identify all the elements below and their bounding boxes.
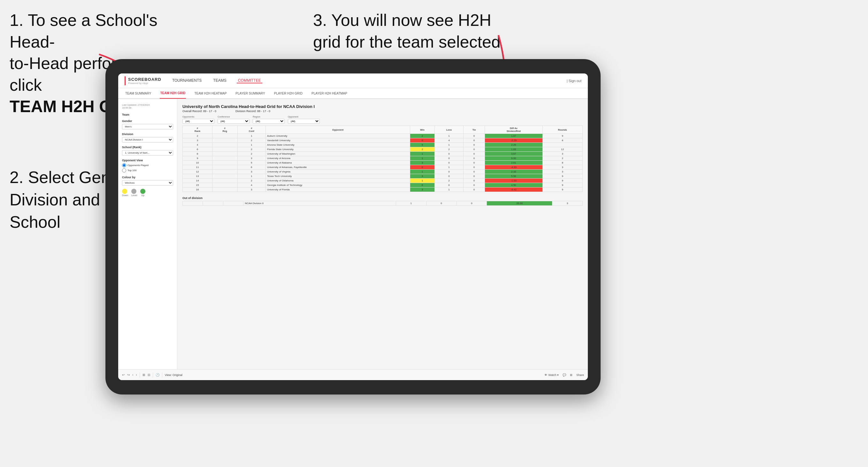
cell-rounds: [542, 143, 582, 147]
opponent-filter-select[interactable]: (All): [288, 119, 320, 124]
cell-diff: 5.56: [485, 174, 542, 179]
main-content: Last Updated: 27/03/2024 16:55:38 Team G…: [118, 99, 588, 369]
cell-conf: 1: [237, 174, 266, 179]
h2h-table: #Rank #Reg #Conf Opponent Win Loss Tie D…: [182, 126, 583, 192]
nav-tournaments[interactable]: TOURNAMENTS: [171, 78, 203, 83]
cell-tie: 0: [464, 156, 485, 161]
table-row: 2 1 Auburn University 2 1 0 1.67 9: [183, 134, 583, 138]
cell-rank: 16: [183, 187, 212, 192]
radio-top-100[interactable]: Top 100: [122, 168, 173, 173]
radio-group: Opponents Played Top 100: [122, 163, 173, 173]
out-of-division-table: NCAA Division II 1 0 0 26.00 3: [182, 201, 583, 206]
cell-opponent: Georgia Institute of Technology: [266, 183, 410, 187]
sub-nav-player-h2h-heatmap[interactable]: PLAYER H2H HEATMAP: [311, 88, 348, 99]
cell-diff: -2.29: [485, 138, 542, 143]
radio-opponents-played[interactable]: Opponents Played: [122, 163, 173, 167]
sub-nav-team-h2h-grid[interactable]: TEAM H2H GRID: [160, 88, 186, 99]
panel-colour-section: Colour by Win/loss: [122, 176, 173, 186]
comment-btn[interactable]: 💬: [563, 373, 566, 377]
table-row: 12 3 University of Virginia 1 0 0 2.33 3: [183, 169, 583, 174]
region-filter-select[interactable]: (All): [253, 119, 285, 124]
table-row: 14 2 University of Oklahoma 1 2 0 -1.00 …: [183, 179, 583, 183]
cell-win: 1: [410, 156, 434, 161]
conference-filter-select[interactable]: (All): [218, 119, 249, 124]
ood-name: NCAA Division II: [243, 201, 396, 206]
nav-teams[interactable]: TEAMS: [212, 78, 227, 83]
clock-btn[interactable]: 🕐: [156, 373, 159, 377]
cell-rank: 2: [183, 134, 212, 138]
out-of-division-row: NCAA Division II 1 0 0 26.00 3: [183, 201, 583, 206]
watch-btn[interactable]: 👁 Watch ▾: [545, 373, 559, 377]
cell-conf: 3: [237, 169, 266, 174]
table-row: 16 3 University of Florida 3 1 0 -6.42 9: [183, 187, 583, 192]
col-rank: #Rank: [183, 126, 212, 134]
cell-conf: 6: [237, 165, 266, 169]
legend-up-label: Up: [140, 194, 145, 197]
filter-conference: Conference (All): [218, 115, 249, 124]
undo-btn[interactable]: ↩: [122, 373, 125, 377]
cell-opponent: University of Florida: [266, 187, 410, 192]
cell-conf: 3: [237, 156, 266, 161]
col-conf: #Conf: [237, 126, 266, 134]
opponents-filter-select[interactable]: (All): [182, 119, 214, 124]
division-select[interactable]: NCAA Division I: [122, 137, 173, 143]
redo-btn[interactable]: ↪: [127, 373, 130, 377]
sub-nav-player-h2h-grid[interactable]: PLAYER H2H GRID: [274, 88, 303, 99]
cell-rounds: 3: [542, 169, 582, 174]
nav-committee[interactable]: COMMITTEE: [237, 78, 262, 83]
share-btn[interactable]: Share: [576, 373, 584, 377]
cell-opponent: Florida State University: [266, 147, 410, 152]
cell-reg: [212, 169, 237, 174]
sub-nav-team-h2h-heatmap[interactable]: TEAM H2H HEATMAP: [194, 88, 227, 99]
col-loss: Loss: [434, 126, 463, 134]
table-row: 11 6 University of Arkansas, Fayettevill…: [183, 165, 583, 169]
panel-division-section: Division NCAA Division I: [122, 132, 173, 143]
colour-label: Colour by: [122, 176, 173, 179]
cell-rounds: 3: [542, 152, 582, 156]
cell-reg: [212, 143, 237, 147]
logo-bar: [125, 76, 126, 85]
colour-select[interactable]: Win/loss: [122, 180, 173, 186]
toolbar-sep-3: [162, 372, 162, 378]
nav-items: TOURNAMENTS TEAMS COMMITTEE: [171, 78, 567, 83]
right-content: University of North Carolina Head-to-Hea…: [177, 99, 588, 369]
cell-diff: -1.00: [485, 179, 542, 183]
cell-reg: [212, 161, 237, 165]
back-btn[interactable]: ‹: [132, 373, 133, 377]
cell-rank: 4: [183, 143, 212, 147]
panel-school-section: School (Rank) 1. University of Nort...: [122, 146, 173, 156]
bottom-toolbar: ↩ ↪ ‹ › ⊞ ⊟ 🕐 View: Original 👁 Watch ▾ 💬…: [118, 369, 588, 380]
gender-select[interactable]: Men's: [122, 124, 173, 129]
forward-btn[interactable]: ›: [136, 373, 137, 377]
panel-timestamp: Last Updated: 27/03/2024 16:55:38: [122, 103, 173, 109]
cell-win: 0: [410, 138, 434, 143]
cell-opponent: Vanderbilt University: [266, 138, 410, 143]
toolbar-right: 👁 Watch ▾ 💬 ⊞ Share: [545, 373, 584, 377]
paste-btn[interactable]: ⊟: [148, 373, 150, 377]
grid-btn[interactable]: ⊞: [570, 373, 572, 377]
cell-rank: 15: [183, 183, 212, 187]
school-select[interactable]: 1. University of Nort...: [122, 150, 173, 156]
sub-nav-player-summary[interactable]: PLAYER SUMMARY: [235, 88, 266, 99]
cell-tie: 0: [464, 138, 485, 143]
cell-win: 3: [410, 161, 434, 165]
cell-reg: [212, 156, 237, 161]
sign-out[interactable]: | Sign out: [567, 79, 582, 83]
panel-team-section: Team: [122, 113, 173, 116]
cell-win: 0: [410, 165, 434, 169]
cell-reg: [212, 152, 237, 156]
cell-tie: 0: [464, 179, 485, 183]
copy-btn[interactable]: ⊞: [143, 373, 145, 377]
cell-loss: 1: [434, 165, 463, 169]
cell-rounds: 9: [542, 187, 582, 192]
legend-down-label: Down: [122, 194, 128, 197]
cell-win: 1: [410, 179, 434, 183]
cell-loss: 1: [434, 134, 463, 138]
cell-reg: [212, 179, 237, 183]
cell-diff: 1.67: [485, 134, 542, 138]
color-legend: Down Level Up: [122, 189, 173, 197]
sub-nav-team-summary[interactable]: TEAM SUMMARY: [125, 88, 152, 99]
overall-record: Overall Record: 89 - 17 - 0: [182, 110, 216, 113]
left-panel: Last Updated: 27/03/2024 16:55:38 Team G…: [118, 99, 177, 369]
table-row: 10 5 University of Alabama 3 0 0 2.61 8: [183, 161, 583, 165]
